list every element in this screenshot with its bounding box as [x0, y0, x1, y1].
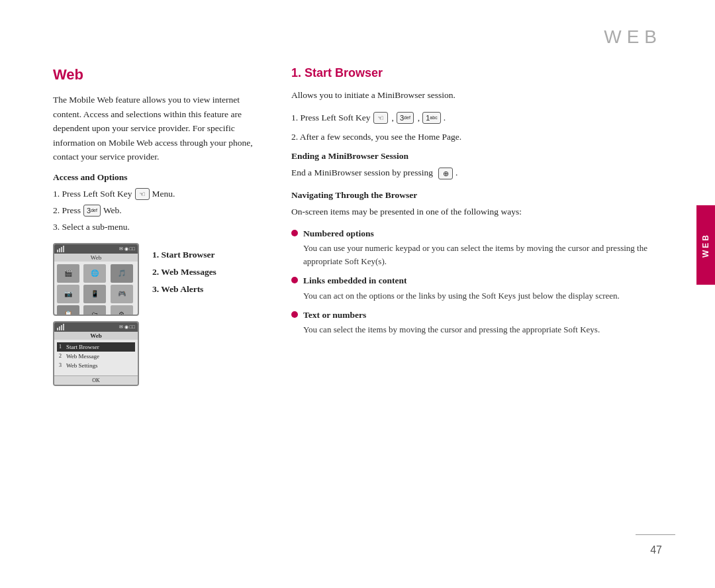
phone-screen-1-header: ✉◉□□: [54, 244, 138, 254]
ending-heading: Ending a MiniBrowser Session: [291, 151, 649, 162]
ending-key: ⊕: [438, 168, 453, 179]
bullet-desc-3: You can select the items by moving the c…: [303, 323, 649, 336]
right-step-1: 1. Press Left Soft Key ☜ , 3def , 1abc .: [291, 111, 649, 126]
right-key-3def: 3def: [397, 112, 414, 124]
phone-icon-globe: 🌐: [83, 264, 106, 283]
phone-icon-folder: 🗂: [83, 305, 106, 316]
step-1-label: Menu.: [152, 187, 175, 202]
menu-item-3: 3 Web Settings: [57, 361, 135, 370]
phone-screen-2-header: ✉◉□□: [54, 322, 138, 332]
right-column: 1. Start Browser Allows you to initiate …: [291, 66, 649, 548]
key-3def: 3def: [83, 205, 101, 217]
bullet-list: Numbered options You can use your numeri…: [291, 227, 649, 336]
menu-item-1-num: 1: [59, 344, 64, 350]
ending-text: End a MiniBrowser session by pressing: [291, 166, 433, 181]
menu-label-3: 3. Web Alerts: [152, 284, 216, 295]
menu-item-1: 1 Start Browser: [57, 342, 135, 352]
bullet-dot-3: [291, 311, 298, 318]
right-step-1-period: .: [444, 111, 446, 126]
right-step-1-text: 1. Press Left Soft Key: [291, 111, 371, 126]
menu-item-2: 2 Web Message: [57, 352, 135, 361]
menu-item-3-num: 3: [59, 362, 64, 368]
page-number: 47: [650, 544, 662, 556]
phone-icon-game: 🎮: [111, 285, 133, 303]
navigating-heading: Navigating Through the Browser: [291, 190, 649, 201]
content-area: Web The Mobile Web feature allows you to…: [53, 66, 649, 548]
phone-icon-film: 🎬: [57, 264, 79, 283]
bullet-item-2: Links embedded in content You can act on…: [291, 274, 649, 302]
step-2-label: Web.: [103, 203, 122, 219]
menu-labels: 1. Start Browser 2. Web Messages 3. Web …: [152, 243, 216, 295]
phone-screens: ✉◉□□ Web 🎬 🌐 🎵 📷 📱 🎮 📋 🗂 ⚙: [53, 243, 139, 386]
menu-label-1: 1. Start Browser: [152, 250, 216, 260]
phone-screen-1: ✉◉□□ Web 🎬 🌐 🎵 📷 📱 🎮 📋 🗂 ⚙: [53, 243, 139, 316]
bullet-content-3: Text or numbers You can select the items…: [303, 309, 649, 336]
bullet-content-1: Numbered options You can use your numeri…: [303, 227, 649, 268]
right-step-2-text: 2. After a few seconds, you see the Home…: [291, 130, 461, 145]
phone-icon-phone: 📱: [83, 285, 106, 303]
phone-icon-doc: 📋: [57, 305, 79, 316]
right-key-1abc: 1abc: [422, 112, 440, 124]
right-step-1-comma2: ,: [418, 111, 420, 126]
bullet-desc-1: You can use your numeric keypad or you c…: [303, 242, 649, 268]
step-3: 3. Select a sub-menu.: [53, 220, 265, 235]
ending-period: .: [455, 166, 457, 181]
bullet-item-3: Text or numbers You can select the items…: [291, 309, 649, 336]
bullet-item-1: Numbered options You can use your numeri…: [291, 227, 649, 268]
bullet-desc-2: You can act on the options or the links …: [303, 289, 649, 303]
right-intro-text: Allows you to initiate a MiniBrowser ses…: [291, 88, 649, 103]
phone-screen-1-body: 🎬 🌐 🎵 📷 📱 🎮 📋 🗂 ⚙: [54, 262, 138, 316]
page-header: WEB: [604, 26, 662, 48]
bullet-label-1: Numbered options: [303, 227, 649, 240]
phone-icon-camera: 📷: [57, 285, 79, 303]
step-1: 1. Press Left Soft Key ☜ Menu.: [53, 187, 265, 202]
right-step-1-comma: ,: [392, 111, 394, 126]
bullet-label-3: Text or numbers: [303, 309, 649, 322]
phone-menu-footer: OK: [54, 375, 138, 385]
step-2: 2. Press 3def Web.: [53, 203, 265, 219]
right-step-2: 2. After a few seconds, you see the Home…: [291, 130, 649, 145]
menu-item-2-label: Web Message: [66, 353, 99, 360]
bullet-dot-1: [291, 230, 298, 236]
subsection-title: 1. Start Browser: [291, 66, 649, 80]
phone-screen-1-title: Web: [54, 254, 138, 262]
left-column: Web The Mobile Web feature allows you to…: [53, 66, 265, 548]
side-tab-label: WEB: [701, 233, 710, 258]
intro-text: The Mobile Web feature allows you to vie…: [53, 93, 265, 164]
menu-label-2: 2. Web Messages: [152, 267, 216, 277]
step-list: 1. Press Left Soft Key ☜ Menu. 2. Press …: [53, 187, 265, 235]
bullet-label-2: Links embedded in content: [303, 274, 649, 287]
step-3-text: 3. Select a sub-menu.: [53, 220, 130, 235]
bullet-dot-2: [291, 277, 298, 283]
ending-text-area: End a MiniBrowser session by pressing ⊕ …: [291, 166, 649, 181]
menu-item-1-label: Start Browser: [66, 344, 99, 350]
menu-item-2-num: 2: [59, 353, 64, 359]
access-options-heading: Access and Options: [53, 172, 265, 183]
phone-icon-settings: ⚙: [111, 305, 133, 316]
right-step-list: 1. Press Left Soft Key ☜ , 3def , 1abc .…: [291, 111, 649, 145]
bullet-content-2: Links embedded in content You can act on…: [303, 274, 649, 302]
right-left-soft-key: ☜: [373, 112, 388, 124]
phone-screen-2-title: Web: [54, 332, 138, 340]
left-soft-key: ☜: [135, 188, 150, 200]
section-title: Web: [53, 66, 265, 83]
step-1-text: 1. Press Left Soft Key: [53, 187, 132, 202]
side-tab: WEB: [696, 205, 715, 285]
phone-screen-2: ✉◉□□ Web 1 Start Browser 2 Web Message: [53, 321, 139, 386]
phone-area: ✉◉□□ Web 🎬 🌐 🎵 📷 📱 🎮 📋 🗂 ⚙: [53, 243, 265, 386]
navigating-intro: On-screen items may be presented in one …: [291, 205, 649, 219]
phone-icon-music: 🎵: [111, 264, 133, 283]
step-2-text: 2. Press: [53, 203, 81, 219]
menu-item-3-label: Web Settings: [66, 362, 98, 369]
phone-menu-items: 1 Start Browser 2 Web Message 3 Web Sett…: [54, 340, 138, 373]
